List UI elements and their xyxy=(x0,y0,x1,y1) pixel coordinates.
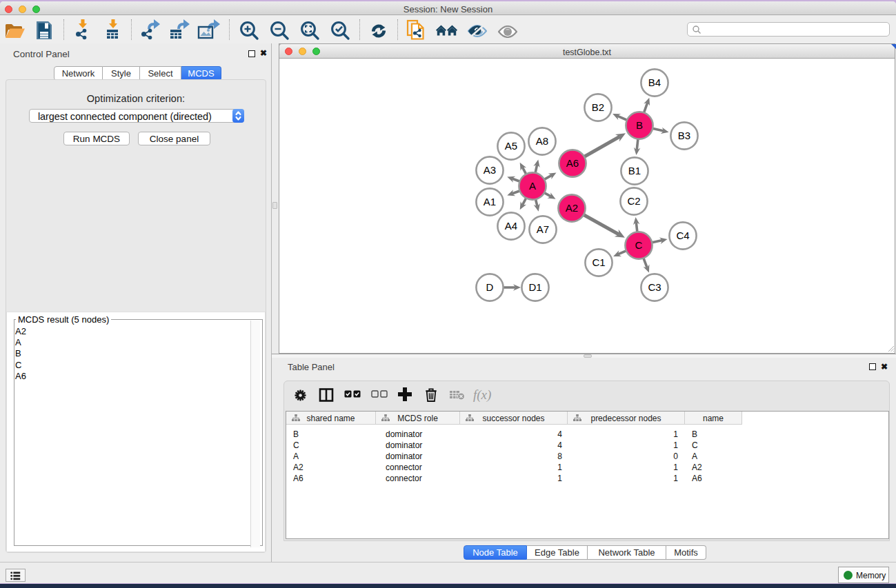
svg-text:C3: C3 xyxy=(648,281,661,293)
svg-text:B1: B1 xyxy=(628,165,641,176)
svg-text:A1: A1 xyxy=(484,196,496,207)
svg-text:A: A xyxy=(529,180,536,192)
svg-text:B2: B2 xyxy=(592,101,604,113)
svg-text:B4: B4 xyxy=(648,77,661,88)
svg-text:C2: C2 xyxy=(627,195,640,207)
svg-text:A2: A2 xyxy=(566,202,578,214)
svg-text:A8: A8 xyxy=(536,135,548,147)
svg-text:A3: A3 xyxy=(484,164,496,176)
svg-text:C1: C1 xyxy=(592,256,605,268)
svg-text:A7: A7 xyxy=(537,223,549,235)
svg-text:B3: B3 xyxy=(678,130,690,141)
svg-text:C4: C4 xyxy=(676,230,689,241)
svg-text:A5: A5 xyxy=(505,140,517,152)
svg-text:D: D xyxy=(486,281,494,293)
svg-text:A6: A6 xyxy=(566,157,579,169)
svg-text:D1: D1 xyxy=(528,281,541,293)
svg-text:A4: A4 xyxy=(505,220,517,232)
svg-text:C: C xyxy=(635,239,643,251)
svg-text:B: B xyxy=(636,119,643,131)
